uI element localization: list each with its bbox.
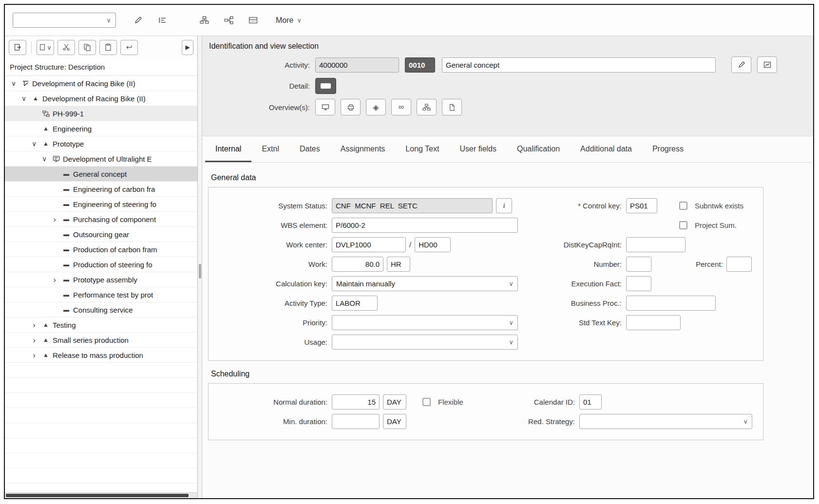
scrollbar-thumb[interactable] — [6, 494, 189, 497]
calculation-key-fields: Maintain manually ∨ — [332, 276, 521, 291]
tree-item-network-header[interactable]: ∨ Development of Ultralight E — [5, 151, 197, 167]
priority-select[interactable]: ∨ — [332, 315, 518, 330]
tree-horizontal-scrollbar[interactable] — [5, 492, 197, 498]
hierarchy-button[interactable] — [194, 11, 214, 30]
tab-internal[interactable]: Internal — [205, 137, 251, 162]
overview-document-button[interactable] — [442, 99, 462, 115]
tab-dates[interactable]: Dates — [289, 137, 330, 162]
business-proc-input[interactable] — [626, 296, 716, 311]
splitter-handle[interactable] — [199, 264, 201, 279]
flexible-checkbox[interactable] — [422, 398, 431, 406]
min-duration-unit-input[interactable] — [383, 414, 406, 429]
activity-bar-icon — [321, 83, 331, 89]
chevron-down-icon[interactable]: ∨ — [19, 94, 29, 102]
wbs-element-input[interactable] — [332, 218, 518, 233]
normal-duration-unit-input[interactable] — [383, 394, 406, 410]
overview-hierarchy-button[interactable] — [417, 99, 437, 115]
percent-input[interactable] — [726, 257, 752, 272]
work-unit-input[interactable] — [387, 257, 410, 272]
chevron-down-icon[interactable]: ∨ — [9, 79, 19, 87]
system-status-input[interactable] — [332, 198, 493, 213]
chevron-down-icon[interactable]: ∨ — [29, 140, 39, 148]
tab-user-fields[interactable]: User fields — [449, 137, 507, 162]
tab-progress[interactable]: Progress — [642, 137, 694, 162]
graphic-button[interactable] — [757, 56, 777, 73]
new-object-dropdown-button[interactable]: ∨ — [37, 40, 54, 55]
tab-extnl[interactable]: Extnl — [251, 137, 289, 162]
number-input[interactable] — [626, 257, 651, 272]
tree-item-activity-selected[interactable]: ▬ General concept — [5, 167, 197, 182]
edit-button[interactable] — [731, 56, 751, 73]
control-key-input[interactable] — [626, 198, 657, 213]
project-sum-checkbox[interactable] — [679, 221, 687, 229]
more-menu-button[interactable]: More ∨ — [272, 11, 305, 30]
activity-id-input[interactable] — [315, 57, 399, 73]
calendar-id-input[interactable] — [579, 394, 602, 410]
chevron-right-icon[interactable]: › — [50, 215, 59, 224]
tab-qualification[interactable]: Qualification — [507, 137, 570, 162]
status-info-button[interactable]: i — [496, 198, 512, 213]
tree-item-activity[interactable]: ▬ Consulting service — [5, 302, 197, 317]
expand-toolbar-button[interactable]: ▶ — [182, 40, 193, 55]
chevron-down-icon: ∨ — [47, 44, 52, 51]
chevron-right-icon[interactable]: › — [50, 276, 59, 284]
work-center-input[interactable] — [332, 237, 406, 252]
overview-milestone-button[interactable]: ◈ — [366, 99, 386, 115]
distkey-input[interactable] — [626, 237, 686, 252]
tree-item-wbs-root[interactable]: ∨ ▲ Development of Racing Bike (II) — [5, 91, 197, 106]
table-view-button[interactable] — [243, 11, 263, 30]
tree-item-network[interactable]: PH-999-1 — [5, 106, 197, 121]
tree-item-activity[interactable]: ▬ Engineering of steering fo — [5, 197, 197, 212]
copy-button[interactable] — [78, 40, 96, 55]
tree-item-wbs[interactable]: ∨ ▲ Prototype — [5, 136, 197, 151]
work-input[interactable] — [332, 257, 383, 272]
normal-duration-input[interactable] — [332, 394, 380, 410]
tree-item-activity[interactable]: ▬ Engineering of carbon fra — [5, 182, 197, 197]
overview-monitor-button[interactable] — [315, 99, 335, 115]
open-project-button[interactable] — [9, 40, 26, 55]
tree-item-wbs[interactable]: › ▲ Release to mass production — [5, 348, 197, 363]
hierarchy-horizontal-button[interactable] — [218, 11, 239, 30]
undo-button[interactable]: ↩ — [120, 40, 138, 55]
chevron-right-icon[interactable]: › — [29, 321, 39, 329]
undo-icon: ↩ — [126, 43, 133, 52]
tree-item-wbs[interactable]: › ▲ Small series production — [5, 333, 197, 348]
tree-item-activity[interactable]: ▬ Production of carbon fram — [5, 242, 197, 257]
tree-item-activity[interactable]: ▬ Performance test by prot — [5, 287, 197, 302]
detail-button[interactable] — [315, 78, 336, 94]
display-change-button[interactable] — [128, 11, 148, 30]
work-center-plant-input[interactable] — [415, 237, 451, 252]
chevron-right-icon[interactable]: › — [29, 336, 39, 344]
outline-button[interactable] — [152, 11, 172, 30]
activity-type-input[interactable] — [332, 296, 378, 311]
normal-duration-fields: Flexible — [332, 394, 493, 410]
red-strategy-select[interactable]: ∨ — [579, 414, 752, 429]
tab-long-text[interactable]: Long Text — [395, 137, 449, 162]
project-definition-icon — [20, 80, 31, 87]
min-duration-input[interactable] — [332, 414, 380, 429]
activity-item-input[interactable] — [405, 57, 435, 73]
cut-button[interactable] — [57, 40, 75, 55]
calculation-key-select[interactable]: Maintain manually ∨ — [332, 276, 518, 291]
tree-item-activity[interactable]: › ▬ Purchasing of component — [5, 212, 197, 227]
tree-item-activity[interactable]: ▬ Production of steering fo — [5, 257, 197, 272]
tree-item-wbs[interactable]: › ▲ Testing — [5, 317, 197, 333]
activity-name-input[interactable] — [442, 57, 716, 73]
chevron-right-icon[interactable]: › — [29, 351, 39, 359]
tree-item-activity[interactable]: ▬ Outsourcing gear — [5, 227, 197, 242]
tree-item-label: Engineering of carbon fra — [73, 185, 155, 193]
tree-item-wbs[interactable]: ▲ Engineering — [5, 121, 197, 136]
subntwk-checkbox[interactable] — [679, 202, 687, 210]
tree-item-activity[interactable]: › ▬ Prototype assembly — [5, 272, 197, 287]
std-text-key-input[interactable] — [626, 315, 681, 330]
tab-additional-data[interactable]: Additional data — [570, 137, 642, 162]
execution-fact-input[interactable] — [626, 276, 651, 291]
overview-printer-button[interactable] — [341, 99, 361, 115]
paste-button[interactable] — [99, 40, 117, 55]
usage-select[interactable]: ∨ — [332, 335, 518, 350]
chevron-down-icon[interactable]: ∨ — [39, 155, 49, 163]
tab-assignments[interactable]: Assignments — [330, 137, 396, 162]
tree-item-project[interactable]: ∨ Development of Racing Bike (II) — [5, 76, 197, 91]
command-field[interactable]: ∨ — [13, 13, 116, 28]
overview-relationship-button[interactable]: ∞ — [391, 99, 411, 115]
